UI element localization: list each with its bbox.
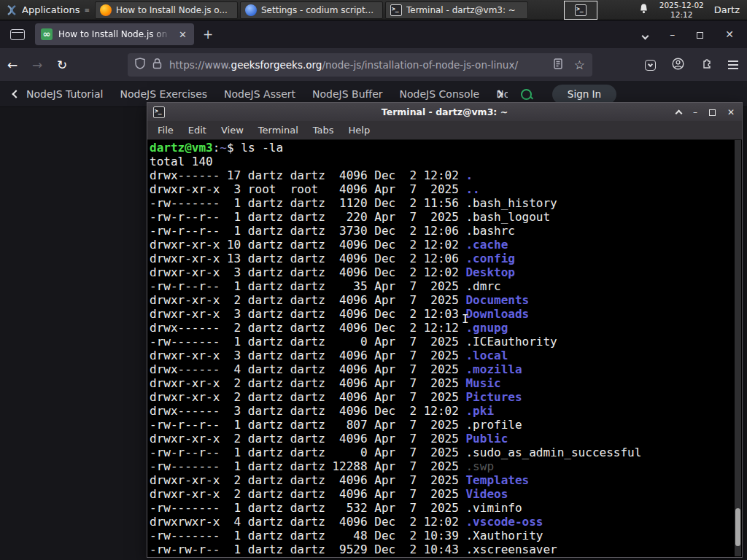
file-name: .Xauthority — [465, 529, 543, 542]
sign-in-button[interactable]: Sign In — [552, 85, 616, 104]
file-meta: -rw------- 1 dartz dartz 12288 Apr 7 202… — [150, 459, 465, 473]
terminal-content[interactable]: dartz@vm3:~$ ls -la total 140 drwx------… — [147, 140, 742, 556]
clock[interactable]: 2025-12-02 12:12 — [659, 1, 704, 19]
file-name: Desktop — [465, 265, 514, 279]
panel-tray: 2025-12-02 12:12 Dartz — [638, 1, 747, 19]
window-icon — [245, 4, 257, 16]
site-nav-item[interactable]: NodeJS Tutorial — [26, 88, 103, 100]
terminal-listing-line: drwxr-xr-x 10 dartz dartz 4096 Dec 2 12:… — [150, 238, 742, 252]
terminal-window-controls: – ✕ — [676, 105, 736, 119]
file-meta: -rw------- 1 dartz dartz 0 Apr 7 2025 — [150, 335, 465, 349]
terminal-listing-line: drwx------ 4 dartz dartz 4096 Apr 7 2025… — [150, 362, 742, 376]
terminal-maximize-button[interactable] — [709, 105, 716, 119]
clock-date: 2025-12-02 — [659, 1, 704, 9]
file-meta: -rw-r--r-- 1 dartz dartz 35 Apr 7 2025 — [150, 279, 465, 293]
applications-menu-button[interactable]: Applications ≡ — [0, 0, 95, 20]
site-nav-item[interactable]: NodeJS Assert — [224, 88, 295, 100]
terminal-listing-line: -rw------- 1 dartz dartz 12288 Apr 7 202… — [150, 459, 742, 473]
file-meta: -rw-r--r-- 1 dartz dartz 220 Apr 7 2025 — [150, 210, 465, 224]
notification-bell-icon[interactable] — [638, 3, 649, 17]
terminal-menu-item[interactable]: Help — [341, 125, 378, 136]
file-name: .vscode-oss — [465, 515, 543, 529]
terminal-close-button[interactable]: ✕ — [727, 107, 735, 117]
window-button-list: How to Install Node.js o... Settings - c… — [95, 1, 530, 19]
terminal-listing-line: drwxr-xr-x 3 dartz dartz 4096 Dec 2 12:0… — [150, 265, 742, 279]
terminal-listing-line: drwx------ 3 dartz dartz 4096 Dec 2 12:0… — [150, 404, 742, 418]
taskbar-window-button[interactable]: Settings - codium script... — [240, 1, 383, 19]
tab-close-icon[interactable]: ✕ — [177, 29, 188, 40]
terminal-listing: drwx------ 17 dartz dartz 4096 Dec 2 12:… — [150, 168, 742, 556]
workspace-window-preview[interactable] — [564, 1, 597, 20]
file-meta: drwxr-xr-x 3 dartz dartz 4096 Dec 2 12:0… — [150, 265, 465, 279]
terminal-menu-item[interactable]: Edit — [181, 125, 214, 136]
terminal-menu-item[interactable]: View — [214, 125, 251, 136]
file-meta: -rw------- 1 dartz dartz 1120 Dec 2 11:5… — [150, 196, 465, 210]
terminal-title: Terminal - dartz@vm3: ~ — [147, 106, 742, 117]
url-scheme: https://www. — [169, 59, 231, 71]
file-name: .bashrc — [465, 224, 514, 238]
file-meta: drwxrwxr-x 4 dartz dartz 4096 Dec 2 12:0… — [150, 515, 465, 529]
account-icon[interactable] — [672, 58, 684, 73]
browser-maximize-button[interactable] — [697, 28, 703, 42]
terminal-menu-item[interactable]: File — [150, 125, 181, 136]
firefox-view-icon[interactable] — [10, 29, 25, 40]
file-name: .sudo_as_admin_successful — [465, 446, 641, 459]
url-bar[interactable]: https://www.geeksforgeeks.org/node-js/in… — [128, 53, 592, 77]
reload-button[interactable]: ↻ — [50, 58, 74, 72]
file-name: .bash_logout — [465, 210, 550, 224]
window-icon — [390, 4, 402, 16]
file-name: Documents — [465, 293, 529, 307]
terminal-menu-item[interactable]: Tabs — [306, 125, 341, 136]
file-name: .. — [465, 182, 479, 196]
terminal-listing-line: drwxr-xr-x 13 dartz dartz 4096 Dec 2 12:… — [150, 252, 742, 265]
terminal-listing-line: -rw-r--r-- 1 dartz dartz 3730 Dec 2 12:0… — [150, 224, 742, 238]
search-icon[interactable] — [521, 89, 532, 100]
pocket-save-icon[interactable] — [645, 60, 656, 71]
site-nav-item[interactable]: NodeJS Buffer — [312, 88, 383, 100]
site-nav-item[interactable]: NodeJS Exercises — [120, 88, 207, 100]
reader-mode-icon[interactable] — [554, 58, 562, 72]
extensions-puzzle-icon[interactable] — [700, 58, 712, 72]
nav-scroll-left-icon[interactable] — [12, 90, 20, 98]
file-meta: -rw------- 1 dartz dartz 48 Dec 2 10:39 — [150, 529, 465, 542]
url-path: /node-js/installation-of-node-js-on-linu… — [322, 59, 518, 71]
lock-icon[interactable] — [152, 58, 162, 72]
site-nav-item[interactable]: NodeJS Console — [400, 88, 480, 100]
bookmark-star-icon[interactable]: ☆ — [574, 58, 585, 72]
tab-title: How to Install Node.js on — [58, 29, 171, 39]
terminal-minimize-button[interactable]: – — [693, 107, 697, 117]
back-button[interactable]: ← — [0, 58, 25, 72]
terminal-scrollbar-thumb[interactable] — [735, 508, 740, 546]
file-meta: drwxr-xr-x 3 root root 4096 Apr 7 2025 — [150, 182, 465, 196]
terminal-title-bar[interactable]: Terminal - dartz@vm3: ~ – ✕ — [147, 103, 742, 121]
taskbar-window-button[interactable]: Terminal - dartz@vm3: ~ — [385, 1, 528, 19]
terminal-listing-line: -rw------- 1 dartz dartz 1120 Dec 2 11:5… — [150, 196, 742, 210]
file-meta: -rw-rw-r-- 1 dartz dartz 9529 Dec 2 10:4… — [150, 542, 465, 556]
file-meta: drwx------ 3 dartz dartz 4096 Dec 2 12:0… — [150, 404, 465, 418]
file-name: .viminfo — [465, 501, 522, 515]
terminal-listing-line: drwxr-xr-x 2 dartz dartz 4096 Apr 7 2025… — [150, 487, 742, 501]
window-button-label: Settings - codium script... — [261, 5, 374, 15]
terminal-scrollbar[interactable] — [735, 140, 741, 556]
browser-close-button[interactable]: ✕ — [725, 28, 734, 40]
tracking-shield-icon[interactable] — [135, 58, 145, 72]
browser-minimize-button[interactable]: – — [670, 28, 675, 40]
file-name: .cache — [465, 238, 508, 252]
browser-tab-active[interactable]: ∞ How to Install Node.js on ✕ — [35, 23, 194, 45]
new-tab-button[interactable]: + — [203, 27, 213, 42]
terminal-listing-line: drwxr-xr-x 2 dartz dartz 4096 Apr 7 2025… — [150, 390, 742, 404]
terminal-shade-button[interactable] — [676, 105, 681, 119]
user-menu[interactable]: Dartz — [714, 4, 740, 15]
file-name: .ICEauthority — [465, 335, 557, 349]
menu-hamburger-icon[interactable] — [728, 64, 738, 66]
file-meta: drwxr-xr-x 2 dartz dartz 4096 Apr 7 2025 — [150, 473, 465, 487]
file-name: .dmrc — [465, 279, 500, 293]
taskbar-window-button[interactable]: How to Install Node.js o... — [95, 1, 238, 19]
list-all-tabs-icon[interactable] — [643, 28, 648, 42]
terminal-menu-item[interactable]: Terminal — [251, 125, 306, 136]
forward-button[interactable]: → — [25, 58, 50, 72]
file-meta: -rw-r--r-- 1 dartz dartz 0 Apr 7 2025 — [150, 446, 465, 459]
file-meta: drwx------ 2 dartz dartz 4096 Dec 2 12:1… — [150, 321, 465, 335]
file-name: .local — [465, 349, 508, 362]
site-nav-items: NodeJS Tutorial NodeJS Exercises NodeJS … — [26, 88, 508, 100]
